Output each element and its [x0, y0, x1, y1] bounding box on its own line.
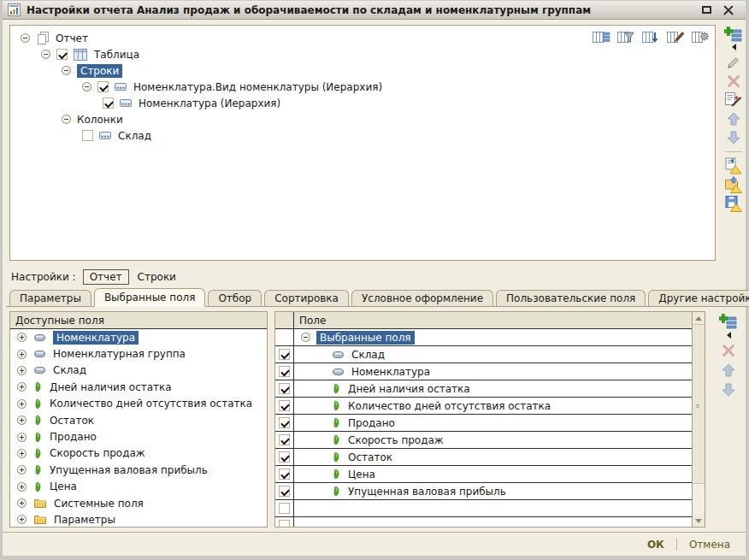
expand-icon[interactable] [17, 350, 27, 359]
wizard-icon[interactable] [724, 91, 743, 109]
selected-fields-root-row[interactable]: Выбранные поля [275, 329, 692, 346]
ok-button[interactable]: ОК [644, 537, 668, 552]
available-field-item[interactable]: Системные поля [10, 495, 267, 511]
add-icon[interactable] [724, 27, 743, 44]
checkbox[interactable] [279, 503, 290, 514]
edit-pencil-icon[interactable] [724, 54, 743, 71]
collapse-icon[interactable] [62, 115, 71, 124]
move-up-icon[interactable] [724, 110, 743, 127]
close-icon[interactable] [723, 5, 734, 15]
report-tree-item[interactable]: Строки [10, 62, 715, 79]
selected-field-row[interactable]: Количество дней отсутствия остатка [275, 398, 692, 415]
selected-field-row[interactable]: Упущенная валовая прибыль [275, 483, 692, 500]
save-settings-icon[interactable] [724, 195, 743, 212]
available-field-item[interactable]: Склад [10, 363, 267, 379]
scrollbar-thumb[interactable] [693, 324, 705, 484]
collapse-icon[interactable] [82, 82, 91, 91]
selected-field-row[interactable]: Номенклатура [275, 363, 692, 380]
available-field-item[interactable]: Цена [10, 479, 267, 495]
report-tree-item[interactable]: Колонки [10, 111, 715, 127]
report-structure-tree[interactable]: Отчет Таблица Строки Номенклатура.Вид но… [9, 25, 716, 261]
add-dropdown-icon[interactable] [732, 44, 736, 50]
tab-other-settings[interactable]: Другие настройки [648, 290, 749, 306]
maximize-icon[interactable] [702, 6, 711, 14]
load-settings-icon[interactable] [724, 176, 743, 193]
checkbox[interactable] [279, 383, 290, 394]
checkbox[interactable] [279, 366, 290, 377]
available-field-item[interactable]: Остаток [10, 412, 267, 428]
checkbox[interactable] [279, 486, 290, 497]
expand-icon[interactable] [17, 465, 27, 475]
tab-selected-fields[interactable]: Выбранные поля [94, 288, 206, 307]
expand-icon[interactable] [17, 399, 27, 409]
collapse-icon[interactable] [62, 66, 71, 75]
available-field-item[interactable]: Количество дней отсутствия остатка [10, 396, 267, 412]
expand-icon[interactable] [17, 416, 27, 425]
checkbox[interactable] [279, 417, 290, 428]
move-up-icon[interactable] [719, 362, 738, 379]
view-button-rows[interactable]: Строки [136, 270, 178, 284]
scroll-up-icon[interactable] [693, 312, 705, 324]
delete-icon[interactable] [724, 73, 743, 90]
selected-field-row[interactable]: Остаток [275, 449, 692, 466]
filter-icon[interactable] [616, 29, 635, 44]
view-button-report[interactable]: Отчет [83, 269, 129, 285]
cancel-button[interactable]: Отмена [686, 537, 734, 552]
checkbox[interactable] [56, 49, 68, 60]
delete-icon[interactable] [719, 342, 738, 359]
tab-custom-fields[interactable]: Пользовательские поля [496, 290, 646, 306]
structure-settings-icon[interactable] [691, 29, 710, 44]
expand-icon[interactable] [17, 482, 27, 492]
move-down-icon[interactable] [724, 129, 743, 146]
collapse-icon[interactable] [41, 50, 50, 59]
selected-field-row[interactable] [275, 517, 692, 528]
scroll-down-icon[interactable] [693, 515, 705, 527]
available-field-item[interactable]: Номенклатура [10, 329, 267, 345]
checkbox[interactable] [82, 130, 93, 141]
checkbox[interactable] [279, 520, 290, 528]
checkbox[interactable] [279, 349, 290, 360]
checkbox[interactable] [279, 469, 290, 480]
selected-field-row[interactable] [275, 500, 692, 517]
selected-field-row[interactable]: Дней наличия остатка [275, 380, 692, 398]
expand-icon[interactable] [17, 333, 27, 342]
available-field-item[interactable]: Параметры [10, 511, 267, 528]
selected-field-row[interactable]: Цена [275, 466, 692, 483]
tab-filter[interactable]: Отбор [208, 290, 262, 306]
tab-sorting[interactable]: Сортировка [264, 290, 349, 306]
vertical-scrollbar[interactable] [692, 312, 705, 527]
expand-icon[interactable] [17, 515, 27, 524]
checkbox[interactable] [279, 451, 290, 463]
report-tree-item[interactable]: Таблица [10, 46, 715, 62]
title-bar[interactable]: Настройки отчета Анализ продаж и оборачи… [3, 1, 746, 20]
scrollbar-track[interactable] [693, 484, 705, 515]
sort-icon[interactable] [641, 29, 660, 44]
collapse-icon[interactable] [301, 333, 310, 342]
conditional-appearance-icon[interactable] [666, 29, 685, 44]
selected-field-row[interactable]: Скорость продаж [275, 432, 692, 449]
expand-icon[interactable] [17, 498, 27, 508]
tab-conditional-appearance[interactable]: Условное оформление [351, 290, 493, 306]
move-down-icon[interactable] [719, 381, 738, 398]
report-tree-item[interactable]: Склад [10, 127, 715, 144]
report-tree-item[interactable]: Номенклатура.Вид номенклатуры (Иерархия) [10, 79, 715, 95]
checkbox[interactable] [97, 81, 109, 92]
available-field-item[interactable]: Номенклатурная группа [10, 345, 267, 362]
available-field-item[interactable]: Скорость продаж [10, 445, 267, 462]
available-field-item[interactable]: Дней наличия остатка [10, 379, 267, 395]
expand-icon[interactable] [17, 366, 27, 375]
restore-settings-icon[interactable] [724, 157, 743, 174]
checkbox[interactable] [279, 400, 290, 411]
expand-icon[interactable] [17, 382, 27, 392]
choose-fields-icon[interactable] [592, 29, 610, 44]
collapse-icon[interactable] [21, 33, 30, 43]
selected-field-row[interactable]: Продано [275, 415, 692, 432]
checkbox[interactable] [103, 97, 114, 109]
selected-field-row[interactable]: Склад [275, 346, 692, 363]
report-tree-item[interactable]: Номенклатура (Иерархия) [10, 95, 715, 111]
tab-parameters[interactable]: Параметры [9, 290, 91, 306]
available-field-item[interactable]: Продано [10, 428, 267, 445]
expand-icon[interactable] [17, 449, 27, 458]
add-dropdown-icon[interactable] [727, 332, 731, 339]
add-icon[interactable] [719, 314, 738, 331]
